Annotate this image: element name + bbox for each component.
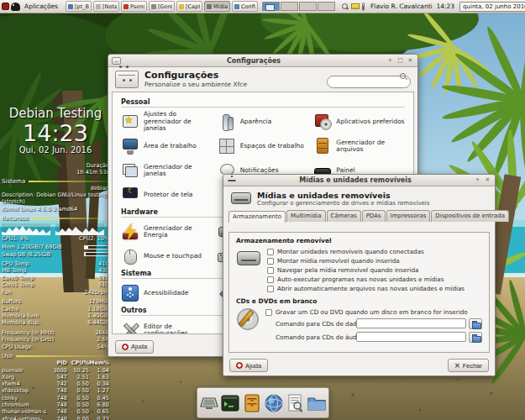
dialog-window-title: Mídias e unidades removíveis: [239, 176, 471, 184]
dialog-header-icon: [230, 189, 252, 207]
tray-magnifier-icon[interactable]: [342, 3, 349, 10]
task-icon: [179, 4, 184, 9]
settings-item-mouse-e-touchpad[interactable]: Mouse e touchpad: [121, 245, 213, 267]
storage-section-title: Armazenamento removível: [236, 237, 482, 244]
terminal-icon[interactable]: [220, 393, 240, 413]
appearance-icon: [218, 113, 236, 131]
settings-search-input[interactable]: [327, 76, 411, 88]
settings-editor-icon: [121, 321, 139, 334]
show-desktop-icon[interactable]: [199, 393, 219, 413]
checkbox[interactable]: [265, 309, 272, 316]
taskbar-button-psensor[interactable]: Psens...: [121, 1, 147, 12]
swap-bar: [84, 252, 109, 256]
conky-mem: Mem 1.20GiB/7.69GiB: [2, 244, 62, 250]
option-burn-cd[interactable]: Gravar um CD ou DVD quando um disco em b…: [265, 307, 482, 317]
folder-icon[interactable]: [307, 393, 327, 413]
conky-date: Qui, 02 Jun. 2016: [2, 145, 109, 155]
audio-cd-command-input[interactable]: [356, 332, 466, 342]
option-autoopen[interactable]: Abrir automaticamente arquivos nas novas…: [267, 284, 482, 293]
close-button[interactable]: [407, 57, 414, 65]
orage-date[interactable]: quinta, 02 junho 2016: [459, 2, 525, 12]
dialog-titlebar[interactable]: Mídias e unidades removíveis: [223, 175, 495, 186]
workspace-2[interactable]: [281, 2, 298, 11]
system-tray: [342, 3, 365, 11]
tab-dispositivos-entrada[interactable]: Dispositivos de entrada: [431, 210, 509, 222]
checkbox[interactable]: [267, 249, 274, 255]
taskbar-button-midia[interactable]: Mídia...: [204, 1, 230, 12]
tab-impressoras[interactable]: Impressoras: [386, 210, 431, 222]
task-icon: [234, 4, 239, 9]
taskbar-button-gere[interactable]: [Gere...: [149, 1, 175, 12]
option-browse-media[interactable]: Navegar pela mídia removível quando inse…: [267, 265, 482, 275]
settings-item-aparencia[interactable]: Aparência: [218, 111, 309, 133]
conky-section-processes: Uso: [2, 353, 109, 360]
dialog-shade-button[interactable]: [474, 176, 481, 184]
process-row: conky7480.500.45: [2, 395, 109, 402]
data-cd-command-row: Comando para CDs de dados:: [265, 317, 482, 330]
taskbar-button-nota[interactable]: [Nota...: [93, 1, 119, 12]
web-browser-icon[interactable]: [264, 393, 284, 413]
cpu1-graph: [2, 223, 50, 235]
settings-item-espacos-de-trabalho[interactable]: Espaços de trabalho: [218, 135, 309, 157]
dialog-tabs: Armazenamento Multimídia Câmeras PDAs Im…: [223, 210, 495, 222]
section-title-pessoal: Pessoal: [121, 98, 405, 108]
tab-pdas[interactable]: PDAs: [362, 210, 386, 222]
process-row: thunar-volman-s7480.500.65: [2, 408, 109, 415]
process-row: psensor300050.251.04: [2, 367, 109, 374]
option-mount-media[interactable]: Montar mídia removível quando inserida: [267, 256, 482, 265]
dialog-fechar-button[interactable]: Fechar: [448, 359, 489, 372]
settings-item-gerenciador-de-arquivos[interactable]: Gerenciador de arquivos: [313, 135, 405, 157]
checkbox[interactable]: [267, 258, 274, 265]
browse-folder-button[interactable]: [469, 318, 482, 329]
tab-cameras[interactable]: Câmeras: [327, 210, 361, 222]
dialog-close-button[interactable]: [484, 176, 491, 184]
cd-burn-icon: [236, 307, 260, 331]
settings-help-button[interactable]: Ajuda: [115, 340, 154, 354]
top-panel: Aplicações [pt_B... [Nota... Psens... [G…: [0, 0, 525, 13]
shade-button[interactable]: [386, 57, 394, 65]
tab-armazenamento[interactable]: Armazenamento: [228, 211, 286, 223]
taskbar-button-capt[interactable]: [Capt...: [176, 1, 202, 12]
settings-item-area-de-trabalho[interactable]: Área de trabalho: [121, 135, 213, 157]
conky-kernel: Kernel Linux 4.5.0-2-amd64: [2, 206, 109, 213]
tab-multimidia[interactable]: Multimídia: [286, 210, 326, 222]
process-row: xfdesktop7480.501.27: [2, 387, 109, 394]
checkbox[interactable]: [267, 286, 274, 292]
removable-media-dialog: Mídias e unidades removíveis Mídias e un…: [223, 174, 496, 376]
workspace-4[interactable]: [318, 2, 335, 11]
dialog-help-button[interactable]: Ajuda: [229, 359, 268, 372]
settings-item-editor-de-configuracoes[interactable]: Editor de configurações: [121, 319, 213, 334]
settings-item-protetor-de-tela[interactable]: Protetor de tela: [121, 184, 213, 206]
tray-sensor-icon[interactable]: [362, 3, 365, 11]
tray-mail-icon[interactable]: [351, 3, 360, 9]
settings-item-acessibilidade[interactable]: Acessibilidade: [121, 282, 213, 304]
task-icon: [96, 4, 101, 9]
conky-cpu1: CPU1: 9%: [2, 235, 29, 242]
file-manager-icon[interactable]: [242, 393, 262, 413]
option-autorun[interactable]: Auto-executar programas nas novas unidad…: [267, 275, 482, 284]
settings-item-gerenciador-de-energia[interactable]: Gerenciador de Energia: [121, 221, 213, 243]
task-icon: [123, 4, 129, 9]
settings-titlebar[interactable]: Configurações: [108, 55, 417, 67]
maximize-button[interactable]: [396, 57, 404, 65]
xfce-mouse-icon: [11, 3, 20, 11]
taskbar-button-config[interactable]: Config...: [232, 1, 258, 12]
workspace-3[interactable]: [299, 2, 317, 11]
settings-item-ajustes-gerenciador-janelas[interactable]: Ajustes do gerenciador de janelas: [121, 111, 213, 133]
checkbox[interactable]: [267, 276, 274, 283]
window-manager-icon: [121, 161, 139, 180]
browse-folder-button[interactable]: [469, 332, 482, 343]
taskbar-button-pt[interactable]: [pt_B...: [66, 1, 92, 12]
option-mount-drives[interactable]: Montar unidades removíveis quando conect…: [267, 247, 482, 256]
workspace-pager[interactable]: [262, 2, 335, 11]
settings-item-gerenciador-de-janelas[interactable]: Gerenciador de janelas: [121, 160, 213, 181]
settings-item-aplicativos-preferidos[interactable]: Aplicativos preferidos: [313, 111, 405, 133]
checkbox[interactable]: [267, 267, 274, 274]
applications-menu[interactable]: Aplicações: [22, 3, 60, 10]
conky-description: Description: Debian GNU/Linux testing (s…: [2, 192, 109, 205]
process-row: xfwm47420.500.34: [2, 381, 109, 387]
task-icon: [151, 4, 156, 9]
data-cd-command-input[interactable]: [356, 318, 466, 328]
document-viewer-icon[interactable]: [286, 393, 306, 413]
workspace-1[interactable]: [262, 2, 280, 11]
